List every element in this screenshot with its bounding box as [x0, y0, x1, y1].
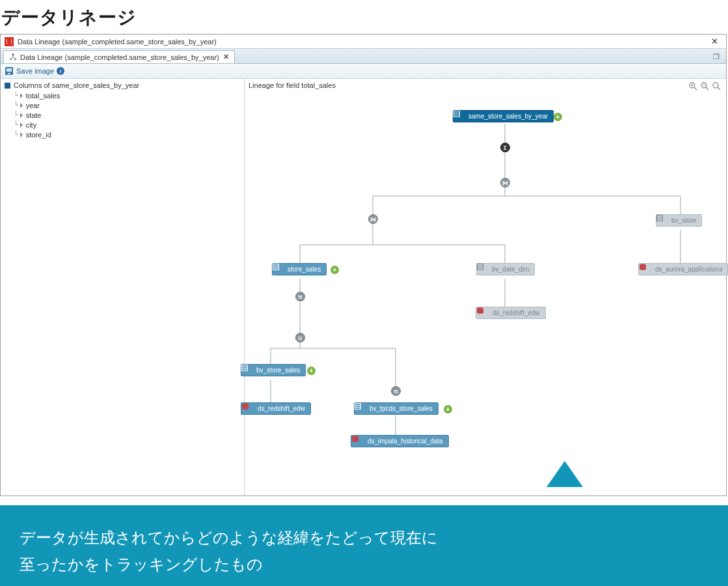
expand-badge[interactable]: + — [444, 405, 452, 413]
svg-rect-35 — [454, 111, 460, 117]
svg-rect-4 — [7, 68, 12, 72]
zoom-out-icon[interactable] — [700, 81, 709, 91]
tree-root-label: Columns of same_store_sales_by_year — [14, 81, 139, 89]
node-bv-store-sales[interactable]: bv_store_sales — [241, 364, 306, 376]
table-icon — [662, 217, 668, 224]
svg-rect-38 — [657, 216, 663, 221]
database-icon — [247, 405, 254, 412]
callout-line1: データが生成されてからどのような経緯をたどって現在に — [20, 525, 708, 551]
columns-icon — [5, 83, 10, 89]
save-image-icon — [5, 66, 14, 76]
svg-line-14 — [718, 87, 720, 90]
workspace: Columns of same_store_sales_by_year └tot… — [1, 79, 726, 495]
op-join[interactable]: ⋈ — [500, 178, 510, 188]
expand-icon — [20, 93, 23, 98]
expand-icon — [20, 113, 23, 118]
node-same-store-sales-by-year[interactable]: same_store_sales_by_year — [453, 110, 554, 122]
tree-item-total-sales[interactable]: └total_sales — [5, 91, 240, 100]
table-icon — [459, 113, 465, 120]
callout-box: データが生成されてからどのような経緯をたどって現在に 至ったかをトラッキングした… — [0, 505, 728, 586]
node-store-sales[interactable]: store_sales — [272, 263, 327, 275]
callout-pointer — [546, 461, 583, 487]
toolbar: Save image i — [1, 64, 726, 79]
svg-point-13 — [713, 83, 718, 88]
tree-item-city[interactable]: └city — [5, 120, 240, 130]
table-icon — [278, 266, 284, 273]
tree-item-year[interactable]: └year — [5, 100, 240, 110]
zoom-reset-icon[interactable] — [712, 81, 721, 91]
op-pi[interactable]: π — [391, 386, 401, 396]
node-bv-date-dim[interactable]: bv_date_dim — [476, 263, 535, 275]
svg-rect-49 — [242, 365, 248, 371]
tab-close-icon[interactable]: ✕ — [223, 53, 229, 61]
callout-line2: 至ったかをトラッキングしたもの — [20, 551, 708, 578]
expand-icon — [20, 122, 23, 128]
lineage-tree-icon — [9, 53, 17, 61]
window-close-button[interactable]: ✕ — [707, 36, 722, 46]
connector-lines — [245, 93, 726, 497]
node-bv-tpcds-store-sales[interactable]: bv_tpcds_store_sales — [354, 402, 438, 415]
table-icon — [482, 266, 489, 273]
svg-line-7 — [694, 87, 697, 90]
tab-data-lineage[interactable]: Data Lineage (sample_completed.same_stor… — [3, 50, 235, 63]
tree-item-state[interactable]: └state — [5, 110, 240, 120]
save-image-button[interactable]: Save image i — [5, 66, 64, 76]
node-ds-redshift-edw[interactable]: ds_redshift_edw — [476, 307, 546, 319]
table-icon — [247, 367, 253, 374]
expand-badge[interactable]: + — [307, 367, 316, 375]
app-window: ⋮⋮ Data Lineage (sample_completed.same_s… — [0, 34, 727, 496]
svg-rect-53 — [355, 404, 361, 410]
expand-badge[interactable]: + — [330, 266, 339, 274]
info-icon[interactable]: i — [57, 67, 64, 75]
tab-label: Data Lineage (sample_completed.same_stor… — [20, 53, 219, 61]
op-sigma[interactable]: Σ — [500, 143, 510, 152]
window-title: Data Lineage (sample_completed.same_stor… — [18, 38, 707, 46]
svg-rect-42 — [273, 264, 279, 270]
expand-icon — [20, 132, 23, 137]
tree-root[interactable]: Columns of same_store_sales_by_year — [5, 81, 240, 89]
node-ds-impala-historical-data[interactable]: ds_impala_historical_data — [351, 435, 449, 447]
svg-line-11 — [706, 87, 708, 90]
table-icon — [360, 406, 366, 412]
op-join[interactable]: ⋈ — [368, 214, 378, 224]
svg-point-1 — [10, 58, 12, 60]
canvas-title: Lineage for field total_sales — [245, 79, 726, 92]
page-heading: データリネージ — [1, 5, 728, 30]
svg-rect-5 — [8, 73, 10, 74]
zoom-controls — [688, 81, 721, 91]
lineage-diagram: same_store_sales_by_year + Σ ⋈ ⋈ bv_stor… — [245, 93, 726, 495]
op-union[interactable]: ∪ — [295, 333, 305, 342]
node-bv-store[interactable]: bv_store — [656, 214, 702, 227]
titlebar: ⋮⋮ Data Lineage (sample_completed.same_s… — [1, 35, 726, 49]
svg-point-0 — [12, 53, 14, 55]
lineage-canvas[interactable]: Lineage for field total_sales — [245, 79, 726, 495]
tab-restore-icon[interactable]: ❐ — [709, 51, 723, 63]
save-image-label: Save image — [16, 67, 54, 75]
node-ds-redshift-edw-2[interactable]: ds_redshift_edw — [241, 402, 311, 415]
columns-tree: Columns of same_store_sales_by_year └tot… — [1, 79, 245, 495]
database-icon — [481, 309, 489, 316]
svg-rect-45 — [478, 264, 483, 270]
svg-point-2 — [14, 58, 16, 60]
expand-icon — [20, 103, 23, 108]
zoom-in-icon[interactable] — [688, 81, 697, 91]
node-ds-aurora-applications[interactable]: ds_aurora_applications — [638, 263, 728, 275]
expand-badge[interactable]: + — [554, 113, 562, 121]
app-icon: ⋮⋮ — [5, 37, 14, 46]
database-icon — [357, 438, 364, 445]
tab-bar: Data Lineage (sample_completed.same_stor… — [1, 49, 726, 64]
tree-item-store-id[interactable]: └store_id — [5, 130, 240, 139]
database-icon — [644, 266, 652, 273]
op-pi[interactable]: π — [295, 292, 305, 301]
